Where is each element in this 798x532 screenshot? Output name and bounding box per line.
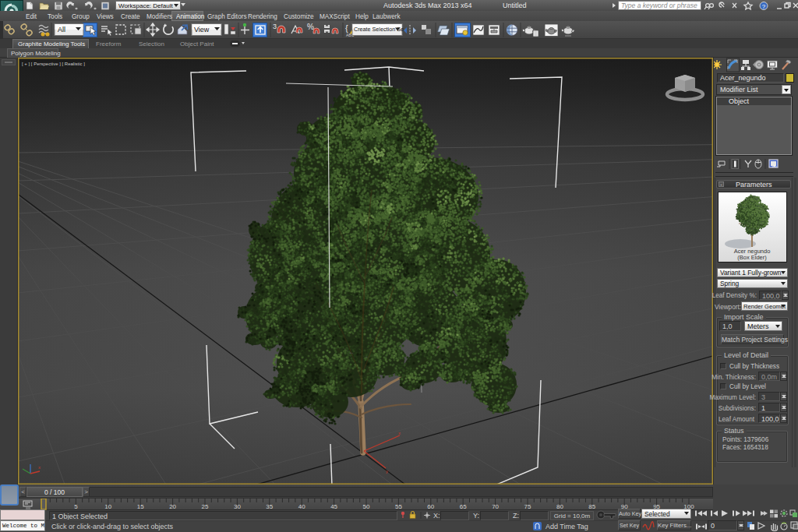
svg-text:40: 40: [298, 503, 305, 510]
svg-text:x: x: [38, 465, 41, 470]
svg-text:75: 75: [524, 503, 531, 510]
svg-text:20: 20: [169, 503, 176, 510]
svg-text:35: 35: [266, 503, 273, 510]
svg-text:y: y: [386, 469, 388, 474]
svg-text:5: 5: [74, 503, 78, 510]
svg-text:(Box Elder): (Box Elder): [737, 254, 767, 261]
svg-text:{: {: [345, 23, 348, 33]
svg-text:45: 45: [330, 503, 337, 510]
svg-text:?: ?: [762, 3, 766, 10]
svg-text:%: %: [307, 23, 314, 31]
svg-text:x: x: [398, 431, 401, 435]
svg-text:80: 80: [556, 503, 563, 510]
svg-text:55: 55: [395, 503, 402, 510]
svg-text:All: All: [58, 26, 65, 33]
svg-text:50: 50: [363, 503, 370, 510]
svg-text:View: View: [194, 26, 210, 33]
svg-text:3: 3: [273, 23, 277, 30]
svg-text:25: 25: [202, 503, 209, 510]
svg-text:30: 30: [234, 503, 241, 510]
svg-text:70: 70: [492, 503, 499, 510]
svg-text:[ + ] [ Perspective ] [ Realis: [ + ] [ Perspective ] [ Realistic ]: [22, 62, 85, 66]
svg-text:10: 10: [104, 503, 111, 510]
svg-text:15: 15: [137, 503, 144, 510]
svg-text:65: 65: [460, 503, 467, 510]
svg-text:60: 60: [427, 503, 434, 510]
